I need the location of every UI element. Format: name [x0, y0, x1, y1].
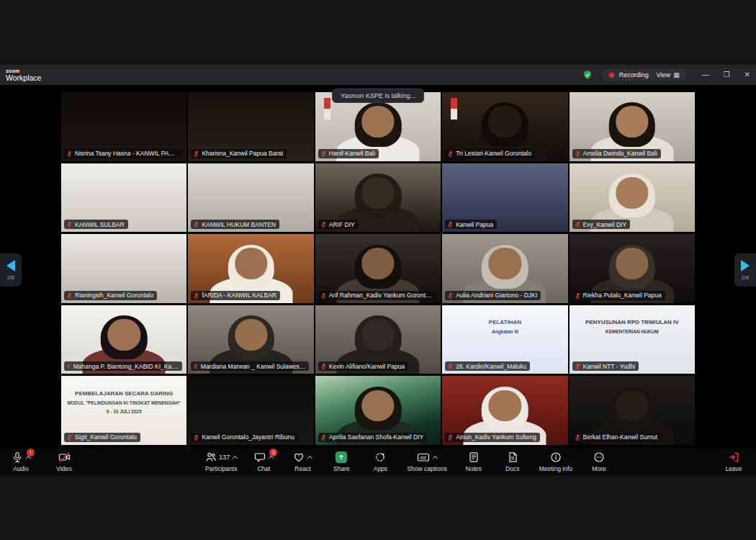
participant-name-label: fARIDA - KANWIL KALBAR: [191, 291, 280, 300]
video-tile[interactable]: Evy_Kanwil DIY: [570, 163, 695, 233]
video-tile[interactable]: ARIF DIY: [315, 163, 441, 233]
mic-muted-icon: [447, 292, 454, 299]
video-tile[interactable]: PELATIHANAngkatan III26. Kardin/Kanwil_M…: [442, 305, 567, 374]
participant-name-label: 26. Kardin/Kanwil_Maluku: [445, 361, 530, 371]
mic-muted-icon: [447, 434, 454, 441]
toolbar-share-button[interactable]: Share: [329, 451, 354, 472]
video-tile[interactable]: Kharisna_Kanwil Papua Barat: [188, 92, 313, 161]
toolbar-react-button[interactable]: React: [290, 451, 315, 472]
participant-name-label: Ainun_Kadiv Yankum Sulteng: [445, 433, 540, 442]
react-icon: [293, 451, 305, 463]
security-shield-icon[interactable]: [582, 70, 593, 80]
video-tile[interactable]: Kanwil Papua: [442, 163, 567, 233]
more-icon: [593, 451, 605, 463]
apps-icon: [374, 451, 386, 463]
video-tile[interactable]: Arif Rahman_Kadiv Yankum Gorontalo: [315, 234, 441, 303]
participant-name-label: Aprilia Saefanan Shofa-Kanwil DIY: [318, 433, 427, 442]
toolbar-info-label: Meeting info: [539, 465, 572, 472]
participant-name-label: Kanwil Gorontalo_Jayantri Ribunu: [191, 433, 298, 442]
participant-name-label: Kanwil NTT - Yudhi: [572, 361, 639, 371]
video-tile[interactable]: Amelia Dwinda_Kanwil Bali: [570, 92, 695, 161]
toolbar-docs-button[interactable]: Docs: [500, 451, 525, 472]
video-tile[interactable]: Tri Lestari-Kanwil Gorontalo: [442, 92, 567, 161]
participant-name: Aulia Andriani Giartono - DJKI: [456, 292, 537, 299]
chevron-up-icon[interactable]: [26, 455, 31, 460]
video-tile[interactable]: Kanwil Gorontalo_Jayantri Ribunu: [188, 376, 313, 445]
toolbar-chat-button[interactable]: 2Chat: [251, 451, 276, 472]
participant-name: Kanwil NTT - Yudhi: [583, 363, 635, 370]
next-page-button[interactable]: 2/6: [734, 253, 756, 287]
next-arrow-icon: [741, 260, 750, 271]
mic-muted-icon: [575, 221, 581, 228]
participant-name-label: Amelia Dwinda_Kanwil Bali: [572, 149, 661, 158]
video-tile[interactable]: Berkat Elhan-Kanwil Sumut: [570, 376, 695, 445]
toolbar-apps-button[interactable]: Apps: [368, 451, 392, 472]
active-speaker-tooltip: Yasmon KSPE is talking...: [332, 89, 424, 103]
video-tile[interactable]: PEMBELAJARAN SECARA DARINGMODUL "PELINDU…: [61, 376, 186, 445]
video-tile[interactable]: Kevin Alifiano/Kanwil Papua: [315, 305, 441, 374]
video-tile[interactable]: Rianingsih_Kanwil Gorontalo: [61, 234, 186, 303]
restore-button[interactable]: ❐: [724, 71, 730, 78]
toolbar-video-button[interactable]: Video: [52, 451, 76, 472]
toolbar-leave-button[interactable]: Leave: [721, 451, 746, 472]
participant-name-label: Evy_Kanwil DIY: [572, 220, 630, 229]
video-tile[interactable]: PENYUSUNAN RPD TRIWULAN IVKEMENTERIAN HU…: [570, 305, 695, 374]
docs-icon: [507, 451, 518, 463]
video-tile[interactable]: fARIDA - KANWIL KALBAR: [188, 234, 313, 303]
toolbar-apps-label: Apps: [374, 465, 387, 472]
mic-muted-icon: [193, 363, 198, 369]
participant-name: Kanwil Papua: [456, 221, 493, 228]
mic-muted-icon: [575, 292, 581, 299]
share-icon: [336, 451, 347, 463]
participant-name: Kharisna_Kanwil Papua Barat: [202, 150, 283, 157]
participant-name: Amelia Dwinda_Kanwil Bali: [583, 150, 657, 157]
participant-name-label: Sigit_Kanwil Gorontalo: [64, 433, 140, 442]
chevron-up-icon[interactable]: [433, 455, 438, 460]
participant-name: Evy_Kanwil DIY: [583, 221, 626, 228]
participant-name-label: Aulia Andriani Giartono - DJKI: [445, 291, 541, 300]
toolbar-info-button[interactable]: Meeting info: [539, 451, 572, 472]
chevron-up-icon[interactable]: [233, 455, 238, 460]
video-tile[interactable]: Aulia Andriani Giartono - DJKI: [442, 234, 567, 303]
svg-text:CC: CC: [420, 456, 427, 460]
video-tile[interactable]: Mahanga P. Biantong_KABID KI_Kanwil Keme…: [61, 305, 186, 374]
mic-muted-icon: [447, 221, 454, 228]
brand-workplace: Workplace: [6, 74, 41, 82]
toolbar-more-button[interactable]: More: [587, 451, 611, 472]
video-tile[interactable]: Aprilia Saefanan Shofa-Kanwil DIY: [315, 376, 441, 445]
toolbar-react-label: React: [294, 465, 310, 472]
toolbar-participants-button[interactable]: 137Participants: [205, 451, 237, 472]
mic-muted-icon: [66, 363, 71, 369]
recording-label[interactable]: Recording: [619, 71, 649, 78]
previous-page-button[interactable]: 2/6: [0, 253, 22, 287]
video-tile[interactable]: KANWIL HUKUM BANTEN: [188, 163, 313, 233]
participant-name-label: Nisrina Tsany Hasna - KANWIL PAPUA: [64, 149, 182, 158]
participant-name: fARIDA - KANWIL KALBAR: [202, 292, 276, 299]
toolbar-notes-button[interactable]: Notes: [462, 451, 486, 472]
chevron-up-icon[interactable]: [269, 455, 274, 460]
view-button[interactable]: View ▦: [657, 71, 680, 78]
mic-muted-icon: [575, 150, 581, 157]
toolbar-share-label: Share: [333, 465, 350, 472]
audio-icon: [12, 451, 23, 463]
window-titlebar: zoom Workplace Recording View ▦ — ❐ ✕: [0, 65, 756, 85]
chat-badge: 2: [269, 449, 277, 456]
video-tile[interactable]: Riekha Pulalo_Kanwil Papua: [570, 234, 695, 303]
minimize-button[interactable]: —: [702, 71, 709, 78]
mic-muted-icon: [66, 434, 73, 441]
video-tile[interactable]: KANWIL SULBAR: [61, 163, 186, 233]
participant-name: Rianingsih_Kanwil Gorontalo: [75, 292, 153, 299]
participant-name: Berkat Elhan-Kanwil Sumut: [583, 433, 657, 441]
mic-muted-icon: [320, 221, 327, 228]
participant-name: Sigit_Kanwil Gorontalo: [75, 433, 137, 441]
toolbar-audio-button[interactable]: !Audio: [9, 451, 33, 472]
close-button[interactable]: ✕: [744, 71, 750, 78]
video-tile[interactable]: Nisrina Tsany Hasna - KANWIL PAPUA: [61, 92, 186, 161]
view-grid-icon: ▦: [673, 71, 680, 78]
video-tile[interactable]: Mardiana Marwan _ Kanwil Sulawesi Tengga…: [188, 305, 313, 374]
toolbar-captions-button[interactable]: CCShow captions: [407, 451, 446, 472]
audio-badge: !: [27, 449, 35, 456]
participant-name: KANWIL SULBAR: [75, 221, 125, 228]
video-tile[interactable]: Ainun_Kadiv Yankum Sulteng: [442, 376, 567, 445]
chevron-up-icon[interactable]: [307, 455, 312, 460]
